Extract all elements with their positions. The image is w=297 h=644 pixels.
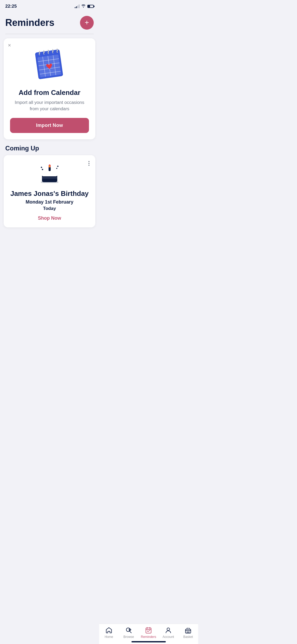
dot-2 (88, 163, 89, 164)
svg-point-30 (49, 165, 50, 167)
plus-icon: + (85, 19, 89, 26)
birthday-card: James Jonas's Birthday Monday 1st Februa… (4, 155, 95, 227)
more-options-button[interactable] (87, 160, 91, 167)
calendar-illustration (10, 46, 89, 83)
add-reminder-button[interactable]: + (80, 16, 94, 30)
svg-rect-36 (49, 171, 51, 175)
dot-3 (88, 165, 89, 166)
status-time: 22:25 (5, 4, 17, 9)
close-card-button[interactable]: × (8, 43, 11, 48)
header-divider (5, 34, 94, 34)
birthday-date: Monday 1st February (9, 199, 90, 205)
page-title: Reminders (5, 17, 54, 28)
svg-point-21 (56, 168, 57, 169)
birthday-relative: Today (9, 206, 90, 211)
card-subtitle: Import all your important occasions from… (10, 99, 89, 112)
dot-1 (88, 161, 89, 162)
card-title: Add from Calendar (10, 89, 89, 97)
calendar-import-card: × (4, 38, 95, 139)
shop-now-button[interactable]: Shop Now (9, 215, 90, 221)
svg-point-20 (42, 169, 43, 170)
status-bar: 22:25 (0, 0, 99, 11)
svg-point-33 (44, 174, 46, 176)
battery-icon (87, 5, 94, 8)
signal-icon (75, 4, 79, 8)
status-icons (75, 4, 94, 9)
coming-up-title: Coming Up (0, 144, 99, 155)
birthday-name: James Jonas's Birthday (9, 190, 90, 198)
svg-point-35 (53, 174, 55, 176)
wifi-icon (81, 4, 86, 9)
page-header: Reminders + (0, 11, 99, 34)
import-now-button[interactable]: Import Now (10, 118, 89, 133)
cake-illustration (9, 162, 90, 185)
svg-rect-37 (41, 181, 58, 183)
